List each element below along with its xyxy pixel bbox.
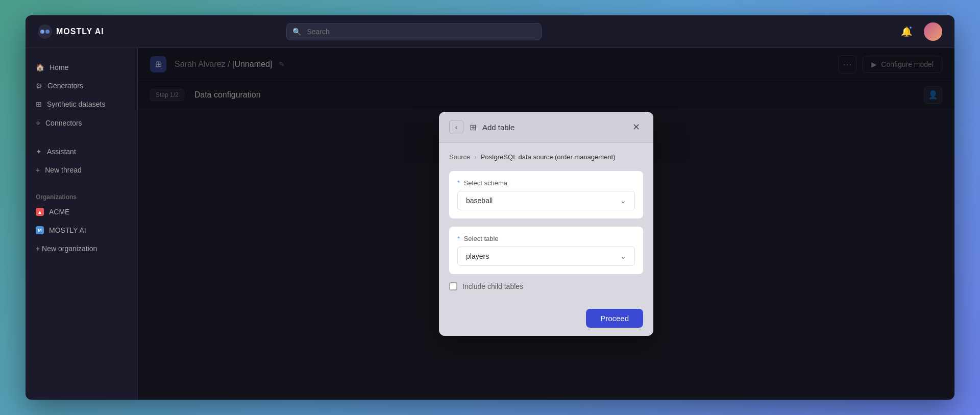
table-dropdown-icon: ⌄ (620, 252, 626, 260)
breadcrumb-current: PostgreSQL data source (order management… (481, 153, 616, 161)
sidebar-divider-1 (26, 132, 137, 142)
schema-dropdown-icon: ⌄ (620, 197, 626, 205)
include-child-tables-row: Include child tables (449, 282, 643, 290)
logo-icon (38, 25, 52, 39)
dialog-overlay: ‹ ⊞ Add table ✕ Source › (138, 48, 954, 400)
sidebar-item-generators[interactable]: ⚙ Generators (26, 77, 137, 95)
app-window: MOSTLY AI 🔍 🔔 🏠 Home ⚙ Generators (26, 15, 954, 400)
main-content: 🏠 Home ⚙ Generators ⊞ Synthetic datasets… (26, 48, 954, 400)
content-area: ⊞ Sarah Alvarez / [Unnamed] ✎ ⋯ ▶ Config… (138, 48, 954, 400)
dialog-body: Source › PostgreSQL data source (order m… (439, 143, 653, 301)
add-table-dialog: ‹ ⊞ Add table ✕ Source › (439, 112, 653, 336)
dialog-close-button[interactable]: ✕ (629, 120, 643, 134)
notification-dot (909, 26, 913, 30)
top-bar: MOSTLY AI 🔍 🔔 (26, 15, 954, 48)
home-icon: 🏠 (36, 63, 44, 71)
search-input[interactable] (286, 23, 542, 40)
assistant-icon: ✦ (36, 148, 42, 156)
new-org-label: + New organization (36, 245, 97, 253)
mostly-dot: M (36, 226, 44, 234)
logo: MOSTLY AI (38, 25, 104, 39)
svg-point-1 (40, 30, 44, 34)
schema-label-text: Select schema (464, 179, 507, 187)
logo-text: MOSTLY AI (56, 27, 104, 36)
dialog-title: Add table (482, 123, 514, 132)
sidebar-item-connectors[interactable]: ⟡ Connectors (26, 113, 137, 132)
schema-select[interactable]: baseball ⌄ (457, 191, 635, 210)
search-bar: 🔍 (286, 23, 542, 40)
svg-point-0 (38, 25, 52, 39)
dialog-title-icon: ⊞ (470, 123, 476, 132)
search-icon: 🔍 (292, 28, 301, 36)
new-thread-icon: + (36, 166, 40, 174)
table-value: players (466, 252, 489, 260)
schema-label: * Select schema (457, 179, 635, 187)
sidebar-item-synthetic-datasets[interactable]: ⊞ Synthetic datasets (26, 95, 137, 113)
schema-required: * (457, 179, 460, 187)
sidebar-item-new-thread[interactable]: + New thread (26, 161, 137, 179)
sidebar-item-generators-label: Generators (47, 82, 83, 90)
sidebar-item-connectors-label: Connectors (45, 119, 82, 127)
include-child-tables-checkbox[interactable] (449, 282, 457, 290)
synthetic-datasets-icon: ⊞ (36, 100, 42, 108)
sidebar-item-synthetic-datasets-label: Synthetic datasets (47, 100, 105, 108)
sidebar-item-home-label: Home (50, 63, 68, 71)
generators-icon: ⚙ (36, 82, 42, 90)
schema-section: * Select schema baseball ⌄ (449, 171, 643, 218)
breadcrumb-arrow: › (474, 153, 476, 161)
organizations-label: Organizations (26, 189, 137, 203)
breadcrumb: Source › PostgreSQL data source (order m… (449, 153, 643, 161)
avatar[interactable] (924, 22, 942, 41)
table-required: * (457, 235, 460, 242)
sidebar-item-assistant[interactable]: ✦ Assistant (26, 142, 137, 161)
notification-button[interactable]: 🔔 (897, 22, 916, 41)
sidebar-item-assistant-label: Assistant (47, 148, 76, 156)
connectors-icon: ⟡ (36, 118, 40, 127)
back-icon: ‹ (455, 123, 458, 131)
dialog-back-button[interactable]: ‹ (449, 120, 463, 134)
proceed-label: Proceed (600, 314, 629, 323)
sidebar-item-mostly-ai[interactable]: M MOSTLY AI (26, 221, 137, 239)
table-label-text: Select table (464, 235, 499, 242)
sidebar-item-new-thread-label: New thread (45, 166, 82, 174)
table-select[interactable]: players ⌄ (457, 247, 635, 266)
mostly-label: MOSTLY AI (49, 226, 86, 234)
proceed-button[interactable]: Proceed (586, 309, 643, 328)
close-icon: ✕ (632, 121, 640, 133)
sidebar-item-home[interactable]: 🏠 Home (26, 58, 137, 77)
include-child-tables-label: Include child tables (462, 282, 523, 290)
schema-value: baseball (466, 197, 493, 205)
sidebar-divider-2 (26, 179, 137, 189)
table-section: * Select table players ⌄ (449, 227, 643, 274)
table-label: * Select table (457, 235, 635, 242)
acme-label: ACME (49, 208, 69, 216)
sidebar-item-acme[interactable]: ▲ ACME (26, 203, 137, 221)
acme-dot: ▲ (36, 208, 44, 216)
top-bar-right: 🔔 (897, 22, 942, 41)
dialog-header: ‹ ⊞ Add table ✕ (439, 112, 653, 143)
dialog-footer: Proceed (439, 301, 653, 336)
breadcrumb-source: Source (449, 153, 470, 161)
sidebar-item-new-org[interactable]: + New organization (26, 239, 137, 258)
svg-point-2 (45, 30, 50, 34)
sidebar: 🏠 Home ⚙ Generators ⊞ Synthetic datasets… (26, 48, 138, 400)
